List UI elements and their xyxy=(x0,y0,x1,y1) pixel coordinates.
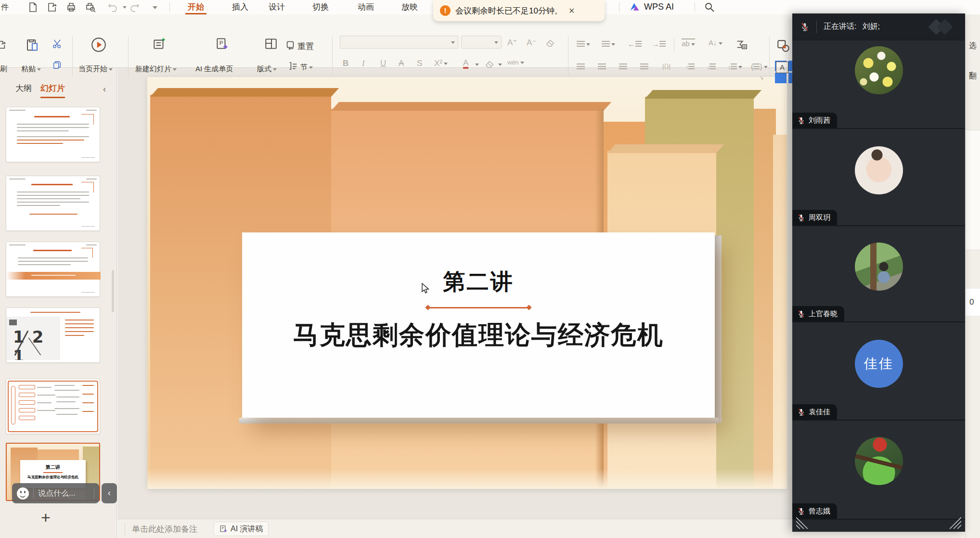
strikethrough-button[interactable]: A xyxy=(399,59,404,68)
ai-generate-page-icon[interactable] xyxy=(215,37,229,51)
paste-button[interactable]: 粘贴 xyxy=(21,64,41,74)
format-painter-label[interactable]: 刷 xyxy=(0,64,7,74)
highlight-dropdown-icon[interactable] xyxy=(498,64,502,66)
print-icon[interactable] xyxy=(65,1,77,13)
group-expander-icon[interactable]: ↘ xyxy=(760,75,763,80)
text-shadow-button[interactable]: S xyxy=(417,59,422,68)
superscript-button[interactable]: X² xyxy=(434,59,448,68)
line-spacing-up-icon[interactable]: ↑ xyxy=(685,63,695,71)
resize-grip-right[interactable] xyxy=(949,516,961,529)
tab-slides[interactable]: 幻灯片 xyxy=(40,83,65,98)
copy-icon[interactable] xyxy=(52,60,63,70)
textbox-icon[interactable]: A xyxy=(776,62,788,73)
redo-icon[interactable] xyxy=(129,1,141,13)
wps-ai-button[interactable]: WPS AI xyxy=(629,1,674,13)
undo-dropdown-icon[interactable] xyxy=(123,6,127,9)
slide-thumbnail-1[interactable] xyxy=(6,107,100,162)
align-left-icon[interactable] xyxy=(577,63,585,71)
reset-icon[interactable] xyxy=(285,39,296,50)
italic-button[interactable]: I xyxy=(362,59,365,68)
increase-indent-icon[interactable]: → xyxy=(652,40,666,49)
selection-pane-tab[interactable]: 选 xyxy=(969,41,977,51)
font-family-select[interactable] xyxy=(340,36,458,49)
convert-smartart-icon[interactable] xyxy=(735,38,748,51)
play-from-slide-button[interactable]: 当页开始 xyxy=(78,64,113,74)
distribute-text-icon[interactable]: () xyxy=(751,63,768,71)
decrease-font-button[interactable]: A⁻ xyxy=(527,38,536,48)
highlight-pen-icon[interactable] xyxy=(484,59,495,69)
tab-animation[interactable]: 动画 xyxy=(355,0,376,14)
play-from-slide-icon[interactable] xyxy=(90,37,107,53)
participant-tile[interactable]: 佳佳 袁佳佳 xyxy=(792,322,965,421)
customize-toolbar-icon[interactable] xyxy=(153,6,157,9)
reset-button[interactable]: 重置 xyxy=(297,41,314,52)
collapse-sidebar-icon[interactable]: ‹ xyxy=(103,84,106,94)
slide-heading[interactable]: 第二讲 xyxy=(242,267,715,297)
emoji-icon[interactable] xyxy=(17,487,29,500)
layout-icon[interactable] xyxy=(264,37,278,51)
align-justify-icon[interactable] xyxy=(640,63,648,71)
speaker-muted-mic-icon[interactable] xyxy=(800,22,810,32)
participant-tile[interactable]: 周双玥 xyxy=(792,129,965,226)
print-preview-icon[interactable] xyxy=(85,1,96,13)
slide-thumbnail-3[interactable] xyxy=(6,242,100,297)
numbered-list-icon[interactable] xyxy=(602,40,615,49)
decrease-indent-icon[interactable]: ← xyxy=(628,40,642,49)
tab-transition[interactable]: 切换 xyxy=(310,0,331,14)
section-button[interactable]: 节 xyxy=(300,63,313,72)
tab-home[interactable]: 开始 xyxy=(185,0,206,14)
title-card[interactable]: 第二讲 马克思剩余价值理论与经济危机 xyxy=(242,232,715,418)
align-center-icon[interactable] xyxy=(598,63,606,71)
current-slide[interactable]: 第二讲 马克思剩余价值理论与经济危机 xyxy=(147,77,787,489)
tab-design[interactable]: 设计 xyxy=(266,0,287,14)
participant-tile[interactable]: 曾志娥 xyxy=(792,421,965,520)
ai-speech-script-button[interactable]: AI 演讲稿 xyxy=(214,522,269,536)
underline-button[interactable]: U xyxy=(380,59,386,68)
cut-icon[interactable] xyxy=(52,38,63,49)
format-painter-icon[interactable] xyxy=(0,39,7,50)
line-height-icon[interactable]: ↕ xyxy=(728,63,742,71)
undo-icon[interactable] xyxy=(107,1,118,13)
tab-slideshow[interactable]: 放映 xyxy=(399,0,420,14)
new-slide-icon[interactable] xyxy=(152,37,167,51)
section-icon[interactable] xyxy=(288,61,298,71)
notes-placeholder[interactable]: 单击此处添加备注 xyxy=(132,524,197,535)
participant-tile[interactable]: 上官春晓 xyxy=(792,226,965,322)
chat-input-overlay[interactable]: 说点什么... xyxy=(12,483,99,503)
search-icon[interactable] xyxy=(704,1,715,13)
tab-outline[interactable]: 大纲 xyxy=(15,83,32,94)
slide-thumbnail-5[interactable] xyxy=(6,379,100,434)
add-slide-button[interactable]: + xyxy=(38,510,54,526)
char-border-ab-icon[interactable]: ab xyxy=(682,38,695,48)
tab-insert[interactable]: 插入 xyxy=(230,0,251,14)
pinyin-button[interactable]: wén xyxy=(507,59,524,66)
paste-icon[interactable] xyxy=(25,38,39,52)
font-size-select[interactable] xyxy=(461,36,502,49)
clear-format-icon[interactable] xyxy=(545,38,555,48)
font-color-dropdown-icon[interactable] xyxy=(475,64,479,66)
file-menu-partial[interactable]: 件 xyxy=(1,2,9,13)
participant-tile[interactable]: 刘雨茜 xyxy=(792,40,965,129)
shape-format-icon[interactable] xyxy=(776,38,790,53)
save-icon[interactable] xyxy=(27,1,39,13)
sidebar-scrollbar[interactable] xyxy=(112,270,114,312)
chat-input[interactable]: 说点什么... xyxy=(38,488,75,499)
text-direction-icon[interactable]: A↓ xyxy=(709,38,722,47)
export-icon[interactable] xyxy=(46,1,58,13)
slide-thumbnail-2[interactable] xyxy=(6,176,100,231)
slide-title[interactable]: 马克思剩余价值理论与经济危机 xyxy=(242,318,715,353)
increase-font-button[interactable]: A⁺ xyxy=(507,38,517,48)
bold-button[interactable]: B xyxy=(343,59,348,68)
translate-pane-tab[interactable]: 翻 xyxy=(969,71,977,81)
chat-collapse-icon[interactable]: ‹ xyxy=(102,483,117,503)
char-spacing-icon[interactable]: |⟨⟩| xyxy=(662,63,671,70)
font-color-button[interactable]: A xyxy=(463,59,468,69)
layout-button[interactable]: 版式 xyxy=(257,64,277,74)
resize-grip-left[interactable] xyxy=(796,516,809,529)
align-right-icon[interactable] xyxy=(619,63,627,71)
slide-thumbnail-4[interactable]: 12 1 xyxy=(6,307,100,363)
ai-generate-page-button[interactable]: AI 生成单页 xyxy=(195,64,233,74)
new-slide-button[interactable]: 新建幻灯片 xyxy=(135,64,177,74)
toast-close-icon[interactable]: ✕ xyxy=(568,6,575,15)
line-spacing-down-icon[interactable]: ↓ xyxy=(707,63,716,71)
